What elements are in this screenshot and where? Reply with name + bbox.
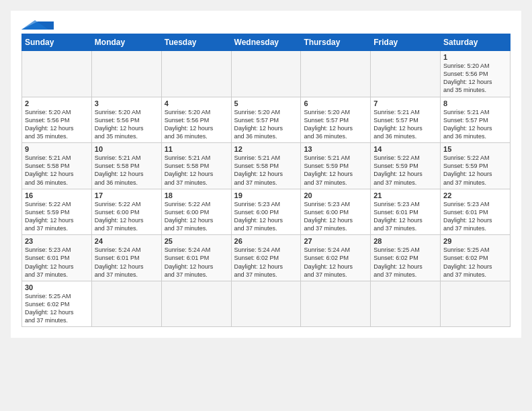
day-number: 21 xyxy=(373,191,437,199)
calendar-cell: 8Sunrise: 5:21 AMSunset: 5:57 PMDaylight… xyxy=(441,97,511,143)
day-info: Sunrise: 5:22 AMSunset: 6:00 PMDaylight:… xyxy=(165,200,228,233)
day-info: Sunrise: 5:20 AMSunset: 5:57 PMDaylight:… xyxy=(234,108,298,141)
day-info: Sunrise: 5:21 AMSunset: 5:58 PMDaylight:… xyxy=(165,154,228,187)
day-number: 6 xyxy=(304,99,367,107)
day-info: Sunrise: 5:20 AMSunset: 5:57 PMDaylight:… xyxy=(304,108,367,141)
calendar-cell: 3Sunrise: 5:20 AMSunset: 5:56 PMDaylight… xyxy=(91,97,161,143)
day-info: Sunrise: 5:24 AMSunset: 6:01 PMDaylight:… xyxy=(165,246,228,279)
calendar-cell: 25Sunrise: 5:24 AMSunset: 6:01 PMDayligh… xyxy=(161,235,231,281)
calendar-cell: 2Sunrise: 5:20 AMSunset: 5:56 PMDaylight… xyxy=(22,97,92,143)
calendar-cell: 23Sunrise: 5:23 AMSunset: 6:01 PMDayligh… xyxy=(22,235,92,281)
calendar-cell: 5Sunrise: 5:20 AMSunset: 5:57 PMDaylight… xyxy=(231,97,301,143)
calendar-cell: 24Sunrise: 5:24 AMSunset: 6:01 PMDayligh… xyxy=(91,235,161,281)
calendar-cell: 11Sunrise: 5:21 AMSunset: 5:58 PMDayligh… xyxy=(161,143,231,189)
calendar-cell xyxy=(301,281,371,327)
calendar-cell: 15Sunrise: 5:22 AMSunset: 5:59 PMDayligh… xyxy=(441,143,511,189)
day-info: Sunrise: 5:21 AMSunset: 5:59 PMDaylight:… xyxy=(304,154,367,187)
day-number: 12 xyxy=(234,145,298,153)
day-number: 26 xyxy=(234,237,298,245)
weekday-header-friday: Friday xyxy=(371,34,441,51)
day-number: 27 xyxy=(304,237,367,245)
calendar-cell: 6Sunrise: 5:20 AMSunset: 5:57 PMDaylight… xyxy=(301,97,371,143)
day-info: Sunrise: 5:20 AMSunset: 5:56 PMDaylight:… xyxy=(443,62,507,95)
day-number: 8 xyxy=(443,99,507,107)
day-number: 16 xyxy=(25,191,89,199)
day-info: Sunrise: 5:23 AMSunset: 6:00 PMDaylight:… xyxy=(304,200,367,233)
day-info: Sunrise: 5:24 AMSunset: 6:01 PMDaylight:… xyxy=(95,246,159,279)
calendar-cell: 20Sunrise: 5:23 AMSunset: 6:00 PMDayligh… xyxy=(301,189,371,235)
day-info: Sunrise: 5:20 AMSunset: 5:56 PMDaylight:… xyxy=(25,108,89,141)
weekday-header-monday: Monday xyxy=(91,34,161,51)
calendar-cell: 30Sunrise: 5:25 AMSunset: 6:02 PMDayligh… xyxy=(22,281,92,327)
calendar-week-row: 9Sunrise: 5:21 AMSunset: 5:58 PMDaylight… xyxy=(22,143,511,189)
calendar-week-row: 30Sunrise: 5:25 AMSunset: 6:02 PMDayligh… xyxy=(22,281,511,327)
day-info: Sunrise: 5:22 AMSunset: 5:59 PMDaylight:… xyxy=(443,154,507,187)
day-number: 19 xyxy=(234,191,298,199)
day-number: 17 xyxy=(95,191,159,199)
calendar-cell: 9Sunrise: 5:21 AMSunset: 5:58 PMDaylight… xyxy=(22,143,92,189)
calendar-cell xyxy=(231,281,301,327)
calendar-cell: 26Sunrise: 5:24 AMSunset: 6:02 PMDayligh… xyxy=(231,235,301,281)
day-number: 14 xyxy=(373,145,437,153)
calendar-week-row: 2Sunrise: 5:20 AMSunset: 5:56 PMDaylight… xyxy=(22,97,511,143)
calendar-cell: 18Sunrise: 5:22 AMSunset: 6:00 PMDayligh… xyxy=(161,189,231,235)
calendar-cell: 12Sunrise: 5:21 AMSunset: 5:58 PMDayligh… xyxy=(231,143,301,189)
day-number: 7 xyxy=(373,99,437,107)
day-info: Sunrise: 5:20 AMSunset: 5:56 PMDaylight:… xyxy=(165,108,228,141)
day-info: Sunrise: 5:23 AMSunset: 6:00 PMDaylight:… xyxy=(234,200,298,233)
calendar-cell: 28Sunrise: 5:25 AMSunset: 6:02 PMDayligh… xyxy=(371,235,441,281)
day-info: Sunrise: 5:21 AMSunset: 5:58 PMDaylight:… xyxy=(25,154,89,187)
day-number: 10 xyxy=(95,145,159,153)
calendar-week-row: 16Sunrise: 5:22 AMSunset: 5:59 PMDayligh… xyxy=(22,189,511,235)
weekday-header-sunday: Sunday xyxy=(22,34,92,51)
day-number: 28 xyxy=(373,237,437,245)
day-info: Sunrise: 5:21 AMSunset: 5:57 PMDaylight:… xyxy=(373,108,437,141)
calendar-cell: 1Sunrise: 5:20 AMSunset: 5:56 PMDaylight… xyxy=(441,51,511,97)
calendar-cell: 21Sunrise: 5:23 AMSunset: 6:01 PMDayligh… xyxy=(371,189,441,235)
weekday-header-wednesday: Wednesday xyxy=(231,34,301,51)
day-number: 29 xyxy=(443,237,507,245)
day-info: Sunrise: 5:24 AMSunset: 6:02 PMDaylight:… xyxy=(304,246,367,279)
day-number: 23 xyxy=(25,237,89,245)
day-number: 22 xyxy=(443,191,507,199)
day-info: Sunrise: 5:22 AMSunset: 5:59 PMDaylight:… xyxy=(373,154,437,187)
calendar-cell: 22Sunrise: 5:23 AMSunset: 6:01 PMDayligh… xyxy=(441,189,511,235)
day-info: Sunrise: 5:21 AMSunset: 5:58 PMDaylight:… xyxy=(234,154,298,187)
day-info: Sunrise: 5:25 AMSunset: 6:02 PMDaylight:… xyxy=(443,246,507,279)
calendar-cell: 4Sunrise: 5:20 AMSunset: 5:56 PMDaylight… xyxy=(161,97,231,143)
calendar-cell xyxy=(161,51,231,97)
calendar-cell: 27Sunrise: 5:24 AMSunset: 6:02 PMDayligh… xyxy=(301,235,371,281)
calendar-cell xyxy=(22,51,92,97)
calendar-header-row: SundayMondayTuesdayWednesdayThursdayFrid… xyxy=(22,34,511,51)
calendar-week-row: 23Sunrise: 5:23 AMSunset: 6:01 PMDayligh… xyxy=(22,235,511,281)
day-info: Sunrise: 5:21 AMSunset: 5:58 PMDaylight:… xyxy=(95,154,159,187)
calendar-cell xyxy=(371,281,441,327)
day-number: 15 xyxy=(443,145,507,153)
calendar-cell: 10Sunrise: 5:21 AMSunset: 5:58 PMDayligh… xyxy=(91,143,161,189)
day-number: 13 xyxy=(304,145,367,153)
weekday-header-thursday: Thursday xyxy=(301,34,371,51)
calendar-cell xyxy=(301,51,371,97)
day-number: 4 xyxy=(165,99,228,107)
calendar-cell xyxy=(91,51,161,97)
calendar-cell: 16Sunrise: 5:22 AMSunset: 5:59 PMDayligh… xyxy=(22,189,92,235)
calendar-cell xyxy=(91,281,161,327)
calendar-table: SundayMondayTuesdayWednesdayThursdayFrid… xyxy=(21,34,511,327)
day-number: 25 xyxy=(165,237,228,245)
day-number: 1 xyxy=(443,53,507,61)
day-info: Sunrise: 5:22 AMSunset: 5:59 PMDaylight:… xyxy=(25,200,89,233)
logo xyxy=(21,19,54,30)
calendar-cell: 14Sunrise: 5:22 AMSunset: 5:59 PMDayligh… xyxy=(371,143,441,189)
weekday-header-tuesday: Tuesday xyxy=(161,34,231,51)
day-info: Sunrise: 5:24 AMSunset: 6:02 PMDaylight:… xyxy=(234,246,298,279)
day-number: 18 xyxy=(165,191,228,199)
day-info: Sunrise: 5:23 AMSunset: 6:01 PMDaylight:… xyxy=(443,200,507,233)
calendar-week-row: 1Sunrise: 5:20 AMSunset: 5:56 PMDaylight… xyxy=(22,51,511,97)
day-info: Sunrise: 5:23 AMSunset: 6:01 PMDaylight:… xyxy=(25,246,89,279)
day-number: 20 xyxy=(304,191,367,199)
calendar-cell: 19Sunrise: 5:23 AMSunset: 6:00 PMDayligh… xyxy=(231,189,301,235)
calendar-cell: 17Sunrise: 5:22 AMSunset: 6:00 PMDayligh… xyxy=(91,189,161,235)
day-number: 11 xyxy=(165,145,228,153)
calendar-cell xyxy=(441,281,511,327)
calendar-cell: 7Sunrise: 5:21 AMSunset: 5:57 PMDaylight… xyxy=(371,97,441,143)
